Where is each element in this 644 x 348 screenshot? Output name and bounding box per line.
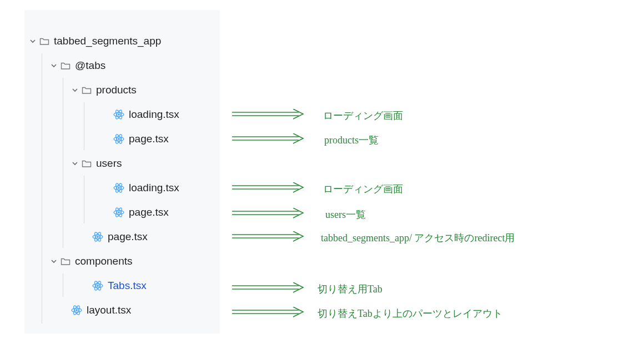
react-icon (113, 182, 124, 193)
tree-item-label: page.tsx (129, 206, 169, 218)
annotation-arrow-icon (232, 133, 310, 148)
tree-item-label: products (96, 84, 137, 96)
react-icon (71, 305, 82, 316)
annotation-note: ローディング画面 (323, 182, 403, 196)
tree-item-label: Tabs.tsx (108, 280, 147, 292)
annotation-note: 切り替えTabより上のパーツとレイアウト (318, 307, 502, 320)
tree-file-users-page[interactable]: page.tsx (24, 200, 220, 225)
annotation-arrow-icon (232, 282, 310, 297)
tree-file-tabs-tsx[interactable]: Tabs.tsx (24, 274, 220, 298)
tree-file-layout[interactable]: layout.tsx (24, 298, 220, 322)
folder-icon (61, 257, 71, 266)
chevron-down-icon (29, 38, 36, 45)
tree-item-label: layout.tsx (87, 304, 131, 316)
annotation-arrow-icon (232, 208, 310, 222)
tree-folder-users[interactable]: users (24, 151, 220, 176)
file-tree: tabbed_segments_app @tabs products loadi… (24, 10, 220, 322)
folder-icon (39, 37, 49, 46)
react-icon (92, 280, 103, 291)
annotation-arrow-icon (232, 109, 310, 123)
tree-item-label: @tabs (75, 59, 105, 72)
tree-folder-components[interactable]: components (24, 249, 220, 274)
folder-icon (61, 61, 71, 70)
chevron-down-icon (50, 258, 57, 265)
annotation-note: 切り替え用Tab (318, 282, 383, 296)
annotation-arrow-icon (232, 182, 310, 197)
tree-item-label: tabbed_segments_app (54, 35, 161, 47)
tree-folder-tabs[interactable]: @tabs (24, 53, 220, 78)
annotation-note: ローディング画面 (323, 109, 403, 122)
react-icon (113, 133, 124, 145)
react-icon (113, 109, 124, 120)
tree-item-label: loading.tsx (129, 108, 179, 121)
folder-icon (82, 86, 92, 95)
annotation-note: products一覧 (324, 133, 379, 147)
annotation-note: tabbed_segments_app/ アクセス時のredirect用 (321, 231, 515, 245)
react-icon (113, 207, 124, 218)
tree-file-products-loading[interactable]: loading.tsx (24, 102, 220, 127)
annotation-arrow-icon (232, 307, 310, 321)
tree-item-label: loading.tsx (129, 182, 179, 194)
tree-file-tabs-page[interactable]: page.tsx (24, 225, 220, 249)
annotation-arrow-icon (232, 231, 310, 246)
tree-file-users-loading[interactable]: loading.tsx (24, 176, 220, 200)
chevron-down-icon (71, 87, 78, 94)
tree-item-label: users (96, 157, 122, 170)
tree-folder-tabbed-segments-app[interactable]: tabbed_segments_app (24, 29, 220, 53)
annotation-note: users一覧 (325, 208, 366, 221)
tree-item-label: page.tsx (108, 231, 148, 243)
tree-file-products-page[interactable]: page.tsx (24, 127, 220, 151)
react-icon (92, 231, 103, 242)
tree-item-label: components (75, 255, 133, 267)
tree-item-label: page.tsx (129, 133, 169, 145)
app-root: tabbed_segments_app @tabs products loadi… (0, 0, 644, 348)
chevron-down-icon (71, 160, 78, 167)
tree-folder-products[interactable]: products (24, 78, 220, 102)
folder-icon (82, 159, 92, 168)
chevron-down-icon (50, 62, 57, 69)
